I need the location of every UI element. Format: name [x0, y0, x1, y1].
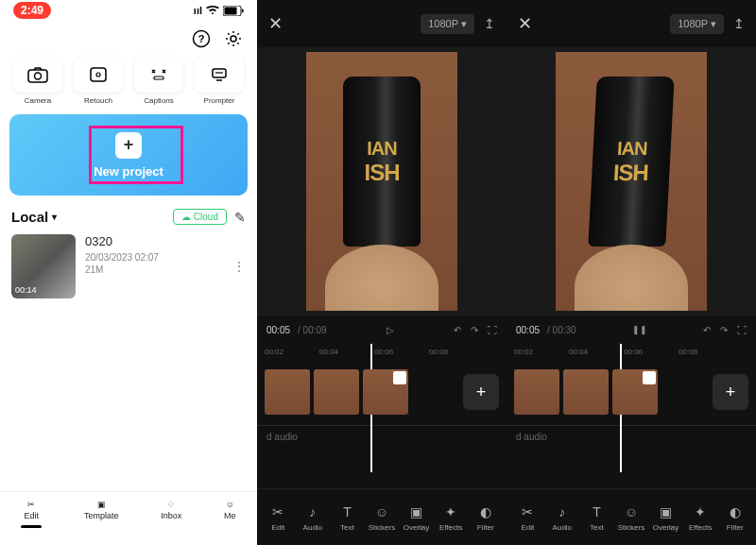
close-icon[interactable]: ✕	[268, 13, 283, 34]
time-ruler: 00:0200:0400:0600:08	[507, 344, 756, 359]
nav-inbox[interactable]: ♢Inbox	[161, 500, 181, 528]
editor-topbar: ✕ 1080P▾ ↥	[257, 0, 507, 47]
add-clip-button[interactable]: +	[713, 374, 748, 410]
pause-button[interactable]: ❚❚	[632, 325, 647, 334]
clip[interactable]	[363, 369, 408, 415]
battery-icon	[223, 6, 244, 16]
settings-icon[interactable]	[223, 28, 244, 49]
tool-stickers[interactable]: ☺Stickers	[616, 503, 646, 532]
add-clip-button[interactable]: +	[463, 374, 499, 410]
svg-text:?: ?	[198, 33, 205, 44]
export-icon[interactable]: ↥	[484, 16, 495, 31]
new-project-button[interactable]: + New project	[9, 114, 248, 196]
nav-me[interactable]: ☺Me	[224, 500, 236, 528]
tool-edit[interactable]: ✂Edit	[512, 503, 542, 532]
chevron-down-icon: ▾	[461, 18, 467, 30]
filter-icon: ◐	[480, 503, 491, 520]
resolution-badge[interactable]: 1080P▾	[421, 14, 474, 34]
svg-rect-8	[91, 68, 106, 81]
close-icon[interactable]: ✕	[518, 13, 532, 34]
clip[interactable]	[612, 369, 658, 415]
project-meta: 0320 20/03/2023 02:07 21M	[85, 234, 223, 275]
tool-filter[interactable]: ◐Filter	[471, 503, 501, 532]
prompter-icon	[209, 66, 230, 83]
text-icon: T	[343, 503, 352, 520]
audio-track[interactable]: d audio	[507, 425, 756, 453]
video-preview[interactable]: IANISH	[507, 47, 756, 315]
current-time: 00:05	[516, 325, 540, 335]
project-item[interactable]: 00:14 0320 20/03/2023 02:07 21M ⋮	[0, 234, 257, 298]
tool-effects[interactable]: ✦Effects	[685, 503, 715, 532]
nav-template[interactable]: ▣Template	[84, 500, 119, 528]
time-ruler: 00:0200:0400:0600:08	[257, 344, 507, 359]
cloud-badge[interactable]: ☁Cloud	[173, 209, 227, 225]
tool-text[interactable]: TText	[581, 503, 611, 532]
tool-text[interactable]: TText	[332, 503, 362, 532]
local-dropdown[interactable]: Local▾	[11, 209, 57, 225]
playbar: 00:05 / 00:09 ▷ ↶↷⛶	[257, 315, 507, 344]
filter-icon: ◐	[730, 503, 741, 520]
person-icon: ☺	[226, 500, 234, 509]
video-preview[interactable]: IANISH	[257, 47, 507, 315]
local-header: Local▾ ☁Cloud ✎	[0, 209, 257, 234]
svg-rect-1	[225, 7, 237, 14]
timeline[interactable]: +	[257, 359, 507, 425]
resolution-badge[interactable]: 1080P▾	[670, 14, 724, 34]
svg-point-7	[35, 73, 42, 79]
clip[interactable]	[314, 369, 359, 415]
scissors-icon: ✂	[272, 503, 284, 520]
tool-stickers[interactable]: ☺Stickers	[367, 503, 397, 532]
redo-icon[interactable]: ↷	[720, 325, 728, 335]
highlight-annotation	[89, 126, 183, 184]
captions-icon	[148, 66, 169, 83]
clip[interactable]	[265, 369, 310, 415]
editor-panel-2: ✕ 1080P▾ ↥ IANISH 00:05 / 00:09 ▷ ↶↷⛶ 00…	[257, 0, 507, 545]
signal-icon: ııl	[194, 5, 202, 16]
nav-edit[interactable]: ✂Edit	[21, 500, 42, 528]
clip[interactable]	[563, 369, 609, 415]
status-time: 2:49	[13, 2, 51, 19]
timeline[interactable]: +	[507, 359, 756, 425]
edit-icon[interactable]: ✎	[234, 210, 246, 225]
tool-camera[interactable]: Camera	[11, 57, 64, 105]
export-icon[interactable]: ↥	[733, 16, 745, 31]
status-bar: 2:49 ııl	[0, 0, 257, 21]
scissors-icon: ✂	[27, 500, 35, 509]
play-button[interactable]: ▷	[387, 325, 394, 335]
bottom-nav: ✂Edit ▣Template ♢Inbox ☺Me	[0, 491, 257, 545]
scissors-icon: ✂	[522, 503, 533, 520]
tool-captions[interactable]: Captions	[132, 57, 185, 105]
tool-prompter[interactable]: Prompter	[193, 57, 246, 105]
status-icons: ııl	[194, 5, 244, 16]
total-time: / 00:09	[298, 325, 327, 335]
cloud-icon: ☁	[181, 212, 191, 222]
tool-overlay[interactable]: ▣Overlay	[651, 503, 681, 532]
tool-edit[interactable]: ✂Edit	[263, 503, 293, 532]
fullscreen-icon[interactable]: ⛶	[488, 325, 497, 335]
tool-effects[interactable]: ✦Effects	[436, 503, 466, 532]
chevron-down-icon: ▾	[711, 18, 716, 30]
chevron-down-icon: ▾	[52, 212, 57, 222]
clip[interactable]	[514, 369, 559, 415]
tool-row: Camera Retouch Captions Prompter	[0, 53, 257, 114]
undo-icon[interactable]: ↶	[703, 325, 711, 335]
tool-retouch[interactable]: Retouch	[72, 57, 125, 105]
template-icon: ▣	[97, 500, 106, 509]
svg-rect-2	[242, 9, 244, 12]
fullscreen-icon[interactable]: ⛶	[737, 325, 747, 335]
svg-rect-10	[154, 77, 163, 79]
tool-filter[interactable]: ◐Filter	[720, 503, 750, 532]
more-icon[interactable]: ⋮	[232, 259, 246, 274]
effects-icon: ✦	[695, 503, 706, 520]
redo-icon[interactable]: ↷	[471, 325, 478, 335]
tool-audio[interactable]: ♪Audio	[298, 503, 328, 532]
tool-overlay[interactable]: ▣Overlay	[402, 503, 432, 532]
wifi-icon	[206, 6, 219, 15]
tool-audio[interactable]: ♪Audio	[547, 503, 577, 532]
help-icon[interactable]: ?	[191, 28, 212, 49]
bell-icon: ♢	[167, 500, 175, 509]
audio-track[interactable]: d audio	[257, 425, 507, 453]
undo-icon[interactable]: ↶	[454, 325, 461, 335]
editor-panel-3: ✕ 1080P▾ ↥ IANISH 00:05 / 00:30 ❚❚ ↶↷⛶ 0…	[507, 0, 756, 545]
sticker-icon: ☺	[375, 503, 388, 520]
